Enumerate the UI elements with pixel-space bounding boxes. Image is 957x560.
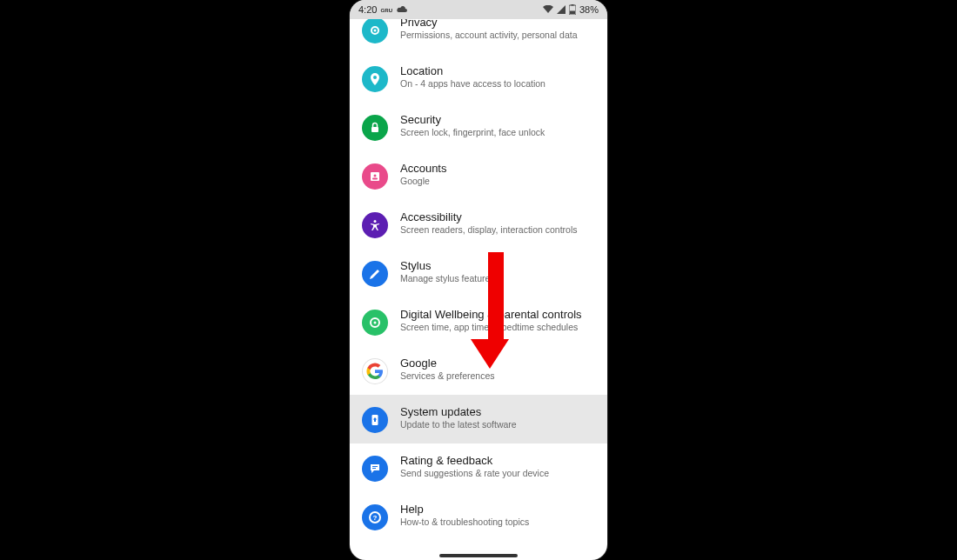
settings-item-rating[interactable]: Rating & feedbackSend suggestions & rate… xyxy=(350,443,607,492)
status-battery: 38% xyxy=(579,4,599,15)
svg-point-11 xyxy=(374,322,377,324)
settings-item-subtitle: Manage stylus features xyxy=(400,273,595,285)
settings-item-wellbeing[interactable]: Digital Wellbeing & parental controlsScr… xyxy=(350,297,607,346)
settings-item-location[interactable]: LocationOn - 4 apps have access to locat… xyxy=(350,54,607,103)
settings-item-subtitle: Screen readers, display, interaction con… xyxy=(400,224,595,237)
settings-item-security[interactable]: SecurityScreen lock, fingerprint, face u… xyxy=(350,103,607,151)
settings-item-title: Rating & feedback xyxy=(400,454,595,467)
privacy-icon xyxy=(362,19,388,43)
accessibility-icon xyxy=(362,212,388,238)
status-tz: GRU xyxy=(380,8,392,13)
settings-item-subtitle: Services & preferences xyxy=(400,370,595,383)
status-bar-right: 38% xyxy=(543,4,599,15)
settings-item-title: Help xyxy=(400,503,595,516)
settings-item-title: Digital Wellbeing & parental controls xyxy=(400,308,595,321)
svg-point-4 xyxy=(374,30,377,32)
settings-item-title: Accessibility xyxy=(400,210,595,223)
settings-item-privacy[interactable]: PrivacyPermissions, account activity, pe… xyxy=(350,19,607,54)
signal-icon xyxy=(557,5,566,14)
svg-rect-13 xyxy=(372,466,378,467)
phone-frame: 4:20 GRU 38% PrivacyPermissions, account… xyxy=(350,0,607,560)
svg-rect-1 xyxy=(571,4,573,6)
wellbeing-icon xyxy=(362,310,388,336)
settings-item-subtitle: Send suggestions & rate your device xyxy=(400,468,595,480)
settings-item-stylus[interactable]: StylusManage stylus features xyxy=(350,249,607,297)
settings-item-title: Accounts xyxy=(400,162,595,175)
settings-item-subtitle: On - 4 apps have access to location xyxy=(400,78,595,90)
settings-item-title: Stylus xyxy=(400,259,595,272)
stylus-icon xyxy=(362,261,388,287)
settings-item-system[interactable]: SystemLanguages, gestures, time, backup xyxy=(350,541,607,550)
status-bar: 4:20 GRU 38% xyxy=(350,0,607,19)
settings-item-title: System updates xyxy=(400,405,595,418)
settings-item-title: Security xyxy=(400,113,595,126)
settings-item-subtitle: How-to & troubleshooting topics xyxy=(400,517,595,529)
settings-item-subtitle: Screen time, app timers, bedtime schedul… xyxy=(400,322,595,334)
settings-item-google[interactable]: GoogleServices & preferences xyxy=(350,346,607,395)
google-icon xyxy=(362,358,388,384)
settings-item-title: Location xyxy=(400,64,595,77)
wifi-icon xyxy=(543,5,553,14)
settings-list[interactable]: PrivacyPermissions, account activity, pe… xyxy=(350,19,607,550)
settings-item-subtitle: Permissions, account activity, personal … xyxy=(400,30,595,42)
settings-item-subtitle: Update to the latest software xyxy=(400,419,595,431)
location-icon xyxy=(362,66,388,92)
rating-icon xyxy=(362,456,388,482)
settings-item-title: Privacy xyxy=(400,19,595,29)
cloud-icon xyxy=(396,5,408,14)
svg-rect-2 xyxy=(570,11,575,15)
settings-item-help[interactable]: ?HelpHow-to & troubleshooting topics xyxy=(350,492,607,541)
settings-item-accounts[interactable]: AccountsGoogle xyxy=(350,151,607,200)
settings-item-title: Google xyxy=(400,357,595,370)
battery-icon xyxy=(569,4,576,15)
accounts-icon xyxy=(362,163,388,190)
svg-rect-5 xyxy=(371,127,378,132)
status-time: 4:20 xyxy=(358,4,377,15)
updates-icon xyxy=(362,407,388,433)
svg-rect-8 xyxy=(372,178,378,180)
svg-point-7 xyxy=(374,175,377,177)
settings-item-accessibility[interactable]: AccessibilityScreen readers, display, in… xyxy=(350,200,607,249)
status-bar-left: 4:20 GRU xyxy=(358,4,408,15)
help-icon: ? xyxy=(362,504,388,530)
security-icon xyxy=(362,115,388,141)
gesture-bar[interactable] xyxy=(439,554,518,557)
settings-item-updates[interactable]: System updatesUpdate to the latest softw… xyxy=(350,395,607,443)
svg-rect-14 xyxy=(372,468,376,469)
svg-point-9 xyxy=(374,220,377,223)
svg-text:?: ? xyxy=(373,514,378,522)
settings-item-subtitle: Google xyxy=(400,176,595,188)
settings-item-subtitle: Screen lock, fingerprint, face unlock xyxy=(400,127,595,139)
